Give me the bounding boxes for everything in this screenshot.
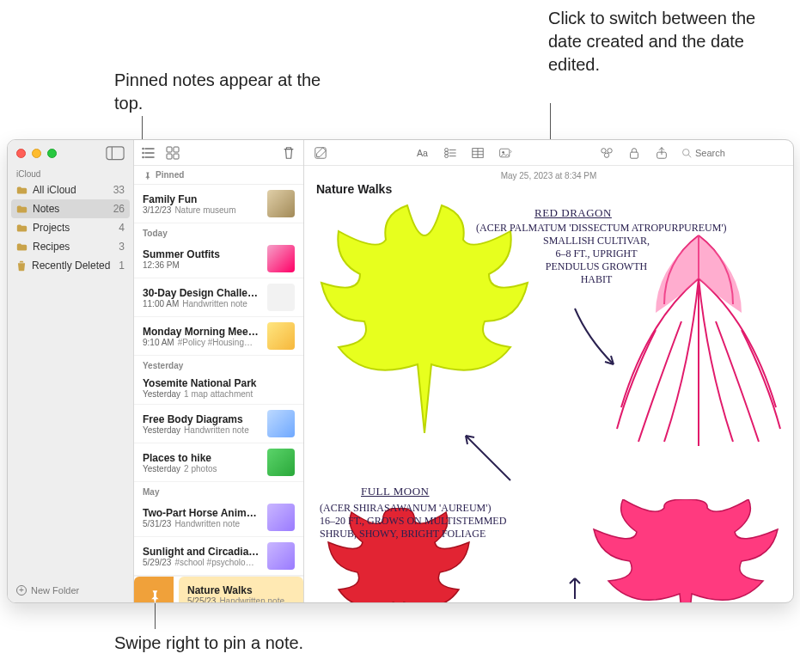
note-title: Yosemite National Park: [143, 377, 295, 389]
svg-rect-5: [167, 147, 172, 152]
delete-note-button[interactable]: [281, 145, 296, 161]
close-window-button[interactable]: [16, 149, 26, 158]
pin-icon: [143, 171, 151, 180]
zoom-window-button[interactable]: [47, 149, 57, 158]
note-title: Monday Morning Meeting: [143, 326, 260, 338]
sidebar-item-count: 26: [113, 203, 125, 215]
note-row-today-0[interactable]: Summer Outfits 12:36 PM: [134, 240, 303, 278]
note-date: 3/12/23: [143, 205, 171, 215]
note-title: Places to hike: [143, 452, 260, 464]
sidebar-toggle-icon[interactable]: [106, 146, 125, 160]
media-button[interactable]: [498, 145, 513, 161]
svg-rect-6: [174, 147, 179, 152]
sidebar-item-label: Projects: [33, 222, 70, 234]
note-preview: #Policy #Housing…: [178, 338, 253, 347]
note-row-yesterday-1[interactable]: Free Body Diagrams YesterdayHandwritten …: [134, 405, 303, 443]
new-folder-button[interactable]: + New Folder: [8, 578, 133, 602]
plus-icon: +: [16, 585, 27, 596]
editor-toolbar: Aa: [304, 140, 793, 166]
sidebar-item-recipes[interactable]: Recipes 3: [8, 237, 133, 256]
note-title: Summer Outfits: [143, 248, 260, 260]
note-preview: 1 map attachment: [184, 389, 253, 399]
sidebar-item-count: 4: [119, 222, 125, 234]
collaborate-button[interactable]: [599, 145, 614, 161]
note-preview: Handwritten note: [182, 299, 247, 309]
format-button[interactable]: Aa: [415, 145, 431, 161]
drawing-pink-maple: [587, 499, 785, 602]
swipe-pin-action[interactable]: [134, 577, 174, 602]
note-date: 9:10 AM: [143, 338, 174, 347]
sidebar-section-label: iCloud: [8, 166, 133, 180]
list-icon: [142, 146, 156, 160]
search-input[interactable]: [695, 148, 773, 158]
folder-icon: [16, 186, 27, 195]
group-header-may: May: [134, 482, 303, 498]
checklist-icon: [443, 146, 457, 160]
note-row-today-2[interactable]: Monday Morning Meeting 9:10 AM#Policy #H…: [134, 317, 303, 356]
sidebar-item-recently-deleted[interactable]: Recently Deleted 1: [8, 256, 133, 275]
notes-list-column: Pinned Family Fun 3/12/23Nature museum T…: [134, 140, 304, 602]
arrow-to-full-moon: [459, 429, 519, 489]
callout-date-toggle: Click to switch between the date created…: [548, 7, 772, 76]
list-view-button[interactable]: [141, 145, 156, 161]
checklist-button[interactable]: [443, 145, 458, 161]
note-thumbnail: [267, 190, 295, 217]
handwriting-full-moon-body: (ACER SHIRASAWANUM 'AUREUM') 16–20 FT., …: [320, 502, 506, 541]
lock-icon: [627, 146, 641, 160]
note-title: Two-Part Horse Anima…: [143, 507, 260, 519]
notes-list-scroll[interactable]: Pinned Family Fun 3/12/23Nature museum T…: [134, 166, 303, 602]
note-row-yesterday-0[interactable]: Yosemite National Park Yesterday1 map at…: [134, 372, 303, 405]
svg-point-17: [602, 148, 606, 152]
note-date: 5/29/23: [143, 558, 171, 567]
sidebar-item-notes[interactable]: Notes 26: [11, 199, 130, 218]
note-date: Yesterday: [143, 464, 180, 473]
window-controls: [8, 140, 133, 166]
note-title: Sunlight and Circadian…: [143, 546, 260, 558]
note-thumbnail: [267, 449, 295, 476]
media-icon: [498, 146, 512, 160]
svg-text:Aa: Aa: [416, 147, 427, 157]
folder-icon: [16, 205, 27, 214]
minimize-window-button[interactable]: [32, 149, 41, 158]
note-row-may-1[interactable]: Sunlight and Circadian… 5/29/23#school #…: [134, 537, 303, 576]
sidebar-item-label: Notes: [33, 203, 59, 215]
note-title-heading: Nature Walks: [304, 182, 793, 201]
table-icon: [471, 146, 485, 160]
lock-button[interactable]: [626, 145, 642, 161]
note-editor: Aa May 25, 2023 at 8:34 PM Nature Walks: [304, 140, 793, 602]
search-icon: [681, 148, 692, 158]
sidebar-item-all-icloud[interactable]: All iCloud 33: [8, 180, 133, 199]
svg-rect-20: [631, 152, 638, 158]
note-thumbnail: [267, 322, 295, 350]
svg-point-2: [142, 147, 144, 149]
table-button[interactable]: [470, 145, 485, 161]
trash-icon: [282, 146, 296, 160]
note-row-pinned-0[interactable]: Family Fun 3/12/23Nature museum: [134, 185, 303, 223]
share-button[interactable]: [654, 145, 669, 161]
gallery-view-button[interactable]: [165, 145, 180, 161]
note-date: 11:00 AM: [143, 299, 179, 309]
svg-rect-7: [167, 154, 172, 159]
sidebar-item-projects[interactable]: Projects 4: [8, 218, 133, 237]
note-row-today-1[interactable]: 30-Day Design Challen… 11:00 AMHandwritt…: [134, 278, 303, 317]
note-row-may-0[interactable]: Two-Part Horse Anima… 5/31/23Handwritten…: [134, 498, 303, 537]
note-date: 5/31/23: [143, 519, 171, 528]
note-title: Free Body Diagrams: [143, 413, 260, 425]
note-thumbnail: [267, 504, 295, 531]
note-preview: Handwritten note: [184, 425, 249, 435]
note-preview: Nature museum: [174, 205, 235, 215]
note-canvas[interactable]: RED DRAGON (ACER PALMATUM 'DISSECTUM ATR…: [304, 201, 793, 602]
note-row-yesterday-2[interactable]: Places to hike Yesterday2 photos: [134, 443, 303, 482]
folder-icon: [16, 223, 27, 233]
sidebar-item-count: 3: [119, 241, 125, 253]
note-preview: Handwritten note: [219, 596, 284, 602]
trash-icon: [16, 260, 27, 272]
compose-button[interactable]: [313, 145, 328, 161]
note-preview: #school #psycholo…: [174, 558, 253, 567]
handwriting-full-moon-title: FULL MOON: [361, 485, 430, 498]
note-date-line[interactable]: May 25, 2023 at 8:34 PM: [304, 166, 793, 182]
sidebar-item-label: Recently Deleted: [32, 260, 110, 272]
note-row-swipe[interactable]: Nature Walks 5/25/23Handwritten note: [134, 576, 303, 602]
svg-point-3: [142, 151, 144, 153]
search-field[interactable]: [681, 148, 785, 158]
